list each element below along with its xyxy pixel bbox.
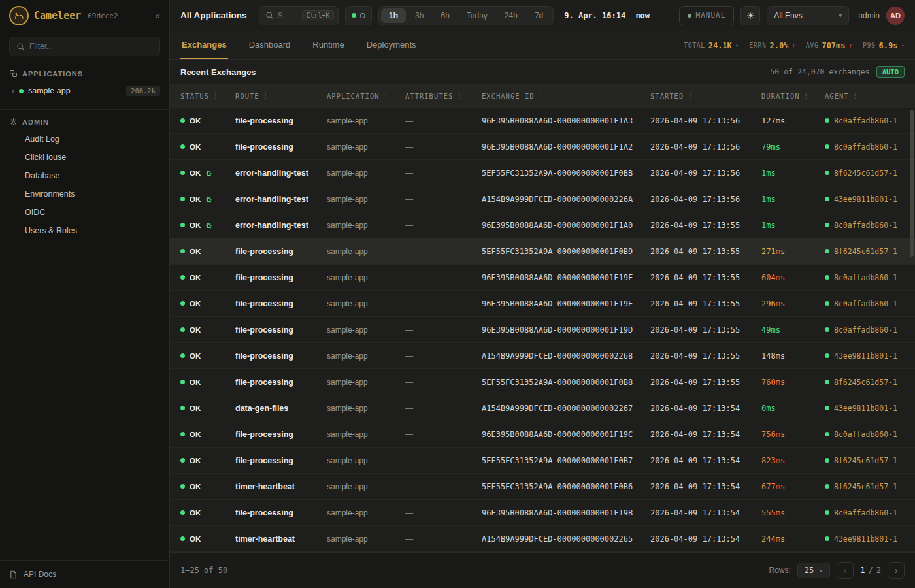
sidebar-header: Cameleer 69dcce2 « <box>0 0 169 31</box>
table-row[interactable]: OKdata-gen-filessample-app—A154B9A999DFC… <box>170 395 915 421</box>
range-button-6h[interactable]: 6h <box>433 8 457 23</box>
status-ok-dot <box>180 484 185 489</box>
column-header-attributes[interactable]: ATTRIBUTES⋮ <box>405 92 482 100</box>
tab-exchanges[interactable]: Exchanges <box>180 31 228 59</box>
page-indicator: 1/2 <box>860 566 881 575</box>
api-docs-link[interactable]: API Docs <box>0 560 169 588</box>
sidebar-item-clickhouse[interactable]: ClickHouse <box>0 148 169 167</box>
pagination-footer: 1–25 of 50 Rows: 25 ▾ ‹ 1/2 › <box>170 552 915 588</box>
sort-icon[interactable]: ⋮ <box>456 92 463 99</box>
table-row[interactable]: OKtimer-heartbeatsample-app—5EF55FC31352… <box>170 474 915 500</box>
table-row[interactable]: OKfile-processingsample-app—5EF55FC31352… <box>170 238 915 265</box>
table-row[interactable]: OKfile-processingsample-app—5EF55FC31352… <box>170 448 915 474</box>
cell-status: OK <box>180 326 235 334</box>
sidebar-item-audit-log[interactable]: Audit Log <box>0 130 169 148</box>
range-button-1h[interactable]: 1h <box>381 8 406 23</box>
cell-started: 2026-04-09 17:13:54 <box>650 534 761 544</box>
next-page-button[interactable]: › <box>888 562 905 579</box>
range-button-3h[interactable]: 3h <box>407 8 431 23</box>
stat-avg: AVG707ms↑ <box>806 41 852 50</box>
online-indicator[interactable]: O <box>345 6 373 25</box>
cell-started: 2026-04-09 17:13:55 <box>650 325 761 335</box>
admin-section: ADMIN Audit LogClickHouseDatabaseEnviron… <box>0 109 169 240</box>
column-header-route[interactable]: ROUTE⋮ <box>235 92 327 100</box>
table-row[interactable]: OKfile-processingsample-app—96E395B0088A… <box>170 134 915 160</box>
global-search[interactable]: S... Ctrl+K <box>259 6 339 25</box>
sidebar-item-sample-app[interactable]: › sample app 208.2k <box>0 82 169 100</box>
sidebar-item-environments[interactable]: Environments <box>0 185 169 203</box>
search-icon <box>265 11 274 20</box>
table-row[interactable]: OKtimer-heartbeatsample-app—A154B9A999DF… <box>170 526 915 552</box>
column-header-started[interactable]: STARTED⋮ <box>650 92 761 100</box>
cell-application: sample-app <box>327 456 405 465</box>
date-range[interactable]: 9. Apr. 16:14–now <box>564 11 650 20</box>
status-ok-dot <box>180 327 185 332</box>
sort-icon[interactable]: ⋮ <box>538 92 545 99</box>
cell-route: file-processing <box>235 430 327 439</box>
cell-agent: 43ee9811b801-1 <box>825 534 915 544</box>
column-header-exchange-id[interactable]: EXCHANGE ID⋮ <box>482 92 650 100</box>
sort-icon[interactable]: ⋮ <box>263 92 270 99</box>
auto-refresh-badge[interactable]: AUTO <box>876 66 905 78</box>
scrollbar[interactable] <box>910 110 914 257</box>
stat-err: ERR%2.0%↑ <box>749 41 795 50</box>
column-header-agent[interactable]: AGENT⋮ <box>825 92 915 100</box>
manual-refresh-button[interactable]: MANUAL <box>679 6 735 25</box>
search-placeholder-text: S... <box>278 11 299 20</box>
column-header-application[interactable]: APPLICATION⋮ <box>327 92 405 100</box>
sidebar: Cameleer 69dcce2 « APPLICATIONS › sample… <box>0 0 170 588</box>
brand-name: Cameleer <box>34 10 81 22</box>
range-button-7d[interactable]: 7d <box>527 8 551 23</box>
table-row[interactable]: OKerror-handling-testsample-app—5EF55FC3… <box>170 160 915 186</box>
filter-input[interactable] <box>29 42 153 51</box>
cell-route: file-processing <box>235 325 327 335</box>
sort-icon[interactable]: ⋮ <box>687 92 694 99</box>
table-row[interactable]: OKfile-processingsample-app—5EF55FC31352… <box>170 369 915 395</box>
status-ok-dot <box>180 353 185 358</box>
sidebar-filter[interactable] <box>9 37 160 56</box>
table-row[interactable]: OKfile-processingsample-app—A154B9A999DF… <box>170 343 915 369</box>
table-row[interactable]: OKfile-processingsample-app—96E395B0088A… <box>170 500 915 526</box>
sort-icon[interactable]: ⋮ <box>852 92 859 99</box>
table-row[interactable]: OKerror-handling-testsample-app—96E395B0… <box>170 212 915 238</box>
sidebar-item-users-roles[interactable]: Users & Roles <box>0 221 169 240</box>
sort-icon[interactable]: ⋮ <box>803 92 810 99</box>
avatar[interactable]: AD <box>886 7 905 25</box>
cell-started: 2026-04-09 17:13:54 <box>650 404 761 413</box>
tab-runtime[interactable]: Runtime <box>311 31 345 59</box>
sidebar-item-oidc[interactable]: OIDC <box>0 203 169 221</box>
rows-per-page-value: 25 <box>805 566 814 575</box>
env-select[interactable]: All Envs ▾ <box>767 6 849 25</box>
column-header-duration[interactable]: DURATION⋮ <box>761 92 825 100</box>
rows-per-page-select[interactable]: 25 ▾ <box>797 563 830 578</box>
table-row[interactable]: OKerror-handling-testsample-app—A154B9A9… <box>170 186 915 212</box>
tab-dashboard[interactable]: Dashboard <box>248 31 292 59</box>
prev-page-button[interactable]: ‹ <box>837 562 854 579</box>
sort-icon[interactable]: ⋮ <box>383 92 390 99</box>
table-row[interactable]: OKfile-processingsample-app—96E395B0088A… <box>170 421 915 448</box>
cell-application: sample-app <box>327 430 405 439</box>
cell-started: 2026-04-09 17:13:54 <box>650 456 761 465</box>
sidebar-collapse-icon[interactable]: « <box>155 10 160 21</box>
date-from: 9. Apr. 16:14 <box>564 11 625 20</box>
range-button-today[interactable]: Today <box>459 8 495 23</box>
table-row[interactable]: OKfile-processingsample-app—96E395B0088A… <box>170 265 915 291</box>
table-row[interactable]: OKfile-processingsample-app—96E395B0088A… <box>170 291 915 317</box>
range-button-24h[interactable]: 24h <box>497 8 525 23</box>
sort-icon[interactable]: ⋮ <box>212 92 220 99</box>
app-count-badge: 208.2k <box>126 86 160 96</box>
app-item-label: sample app <box>28 86 71 95</box>
time-range-group: 1h3h6hToday24h7d <box>378 6 554 25</box>
summary-stats: TOTAL24.1K↑ ERR%2.0%↑ AVG707ms↑ P996.9s↑ <box>684 31 905 59</box>
table-row[interactable]: OKfile-processingsample-app—96E395B0088A… <box>170 317 915 343</box>
chevron-right-icon[interactable]: › <box>12 86 14 95</box>
cell-application: sample-app <box>327 247 405 256</box>
cell-started: 2026-04-09 17:13:55 <box>650 221 761 230</box>
column-header-status[interactable]: STATUS⋮ <box>180 92 235 100</box>
tab-deployments[interactable]: Deployments <box>365 31 418 59</box>
cell-application: sample-app <box>327 482 405 491</box>
status-ok-dot <box>180 536 185 541</box>
sidebar-item-database[interactable]: Database <box>0 167 169 185</box>
table-row[interactable]: OKfile-processingsample-app—96E395B0088A… <box>170 108 915 134</box>
theme-toggle-button[interactable]: ☀ <box>740 6 760 25</box>
